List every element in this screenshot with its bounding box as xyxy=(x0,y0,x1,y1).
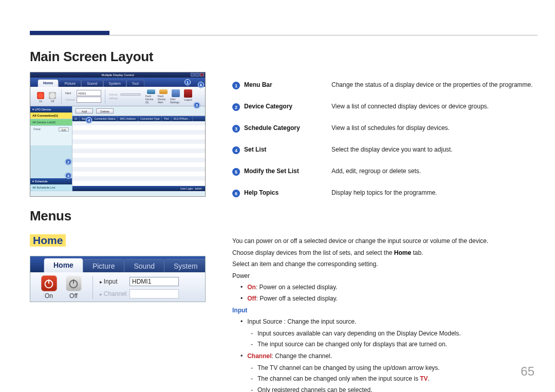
legend-row-5: 5 Modify the Set List Add, edit, regroup… xyxy=(232,163,535,185)
sidebar-all-schedule: All Schedule List xyxy=(30,184,72,191)
legend-desc-6: Display help topics for the programme. xyxy=(331,189,535,196)
legend-num-4: 4 xyxy=(232,146,240,154)
edit-button: Edit xyxy=(59,127,69,132)
home-panel-body: On Off Input HDMI1 Channel xyxy=(30,272,205,302)
prose-block: You can power on or off a selected devic… xyxy=(232,236,535,392)
callout-2: 2 xyxy=(65,159,71,165)
window-buttons xyxy=(191,73,204,77)
heading-menus: Menus xyxy=(30,208,206,224)
legend-label-set-list: Set List xyxy=(244,146,331,153)
tab-home: Home xyxy=(38,79,59,87)
hp-tab-picture: Picture xyxy=(83,259,125,272)
sidebar-group-box: Group Edit xyxy=(30,126,72,145)
group-label: Group xyxy=(33,127,41,132)
input-dropdown: HDMI1 xyxy=(77,90,101,96)
power-off-icon xyxy=(66,275,82,291)
settings-label: settings xyxy=(109,97,120,100)
legend-label-modify-set-list: Modify the Set List xyxy=(244,167,331,175)
separator xyxy=(92,276,93,299)
hp-power-on: On xyxy=(36,275,61,300)
hp-off-label: Off xyxy=(69,292,78,300)
window-titlebar: Multiple Display Control xyxy=(30,72,205,78)
callout-3: 3 xyxy=(65,173,71,179)
channel-label: Channel xyxy=(65,98,76,101)
prose-p2: Choose display devices from the list of … xyxy=(232,248,535,258)
max-icon xyxy=(195,73,199,77)
hp-tab-system: System xyxy=(164,259,206,272)
dash-input-1: Input sources available can vary dependi… xyxy=(232,329,535,339)
hp-channel-value xyxy=(130,289,179,298)
hp-tab-sound: Sound xyxy=(124,259,164,272)
prose-p3: Select an item and change the correspond… xyxy=(232,259,535,269)
legend-table: 1 Menu Bar Change the status of a displa… xyxy=(232,77,535,207)
tab-sound: Sound xyxy=(81,80,103,87)
legend-row-1: 1 Menu Bar Change the status of a displa… xyxy=(232,77,535,99)
legend-label-schedule-category: Schedule Category xyxy=(244,124,331,132)
legend-num-6: 6 xyxy=(232,190,240,197)
close-icon xyxy=(200,73,204,77)
channel-dropdown xyxy=(77,97,101,103)
hp-on-label: On xyxy=(45,292,53,300)
right-column: 1 Menu Bar Change the status of a displa… xyxy=(232,77,535,392)
legend-row-2: 2 Device Category View a list of connect… xyxy=(232,99,535,120)
command-row: Add Delete xyxy=(72,106,205,116)
delete-button: Delete xyxy=(96,108,114,114)
dash-input-2: The input source can be changed only for… xyxy=(232,340,535,349)
min-icon xyxy=(191,73,195,77)
tab-system: System xyxy=(103,80,126,87)
callout-4: 4 xyxy=(86,117,92,123)
prose-p1: You can power on or off a selected devic… xyxy=(232,236,535,246)
legend-desc-2: View a list of connected display devices… xyxy=(331,103,535,110)
power-on-button: On xyxy=(35,90,46,103)
hp-input-field: Input HDMI1 xyxy=(100,277,179,286)
legend-label-device-category: Device Category xyxy=(244,103,331,110)
hp-channel-label: Channel xyxy=(100,290,130,297)
logout-icon: Logout xyxy=(182,89,194,104)
app-window-figure: Multiple Display Control Home Picture So… xyxy=(30,72,206,197)
hp-input-value: HDMI1 xyxy=(130,277,179,286)
hp-channel-field: Channel xyxy=(100,289,179,298)
fault-device-icon: Fault Device (0) xyxy=(145,89,157,104)
toolbar-right-icons: Fault Device (0) Fault Device Alert User… xyxy=(145,89,194,104)
volume-slider xyxy=(120,94,141,96)
callout-6: 6 xyxy=(198,82,204,88)
legend-desc-5: Add, edit, regroup or delete sets. xyxy=(331,167,535,175)
set-list-grid: ID Setting Connection Status MAC Address… xyxy=(72,116,205,186)
callout-5: 5 xyxy=(194,102,200,108)
sidebar: ▾ LFD Device All Connection(1) All Devic… xyxy=(30,106,72,191)
heading-main-screen-layout: Main Screen Layout xyxy=(30,49,206,65)
add-button: Add xyxy=(76,108,93,114)
grid-header: ID Setting Connection Status MAC Address… xyxy=(72,116,205,121)
legend-row-3: 3 Schedule Category View a list of sched… xyxy=(232,120,535,142)
page-number: 65 xyxy=(521,364,534,379)
power-on-icon xyxy=(37,92,44,99)
dash-ch-3: Only registered channels can be selected… xyxy=(232,385,535,392)
fault-alert-icon: Fault Device Alert xyxy=(158,89,169,104)
hp-power-off: Off xyxy=(61,275,86,300)
volume-label: Volume xyxy=(109,93,120,96)
bullet-input-source: Input Source : Change the input source. xyxy=(232,317,535,327)
header-accent-bar xyxy=(30,31,109,35)
window-title: Multiple Display Control xyxy=(101,73,134,77)
status-bar: User Login : admin xyxy=(72,186,205,191)
legend-row-6: 6 Help Topics Display help topics for th… xyxy=(232,185,535,207)
tab-picture: Picture xyxy=(59,80,81,87)
menu-bar: Home Picture Sound System Tool xyxy=(30,78,205,87)
legend-num-2: 2 xyxy=(232,103,240,111)
dash-ch-2: The channel can be changed only when the… xyxy=(232,374,535,384)
tab-tool: Tool xyxy=(126,80,144,87)
power-off-icon xyxy=(49,92,56,99)
callout-1: 1 xyxy=(184,79,191,85)
legend-num-1: 1 xyxy=(232,82,240,89)
bullet-on: On: Power on a selected display. xyxy=(232,283,535,292)
dash-ch-1: The TV channel can be changed by using t… xyxy=(232,363,535,373)
legend-num-3: 3 xyxy=(232,125,240,133)
legend-desc-4: Select the display device you want to ad… xyxy=(331,146,535,153)
power-on-icon xyxy=(41,275,57,291)
heading-home: Home xyxy=(30,234,66,247)
legend-row-4: 4 Set List Select the display device you… xyxy=(232,142,535,163)
hp-tab-home: Home xyxy=(44,258,83,272)
user-settings-icon: User Settings xyxy=(170,89,181,104)
legend-num-5: 5 xyxy=(232,168,240,176)
bullet-channel: Channel: Change the channel. xyxy=(232,351,535,361)
